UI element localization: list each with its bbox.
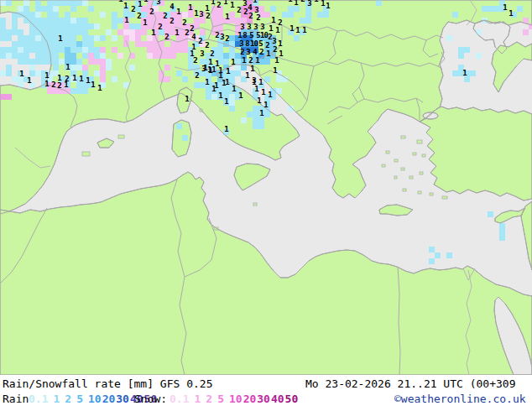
precip-value-label: 4 bbox=[251, 49, 258, 55]
scale-value: 10 bbox=[229, 393, 243, 405]
precip-value-label: 1 bbox=[286, 0, 294, 3]
precip-value-label: 1 bbox=[253, 57, 261, 64]
precip-value-label: 1 bbox=[96, 85, 103, 91]
precip-value-label: 1 bbox=[274, 27, 281, 34]
precip-value-label: 1 bbox=[222, 126, 230, 133]
precip-value-label: 3 bbox=[237, 40, 245, 47]
precip-value-label: 1 bbox=[267, 25, 274, 32]
precip-value-label: 2 bbox=[276, 19, 284, 26]
precip-value-label: 1 bbox=[136, 1, 143, 8]
precip-value-label: 2 bbox=[196, 38, 204, 44]
precip-value-label: 1 bbox=[319, 0, 326, 7]
precip-value-label: 1 bbox=[223, 13, 231, 20]
precip-value-label: 1 bbox=[149, 29, 157, 36]
precip-value-label: 2 bbox=[168, 18, 175, 24]
precip-value-label: 3 bbox=[305, 0, 313, 7]
precip-value-label: 1 bbox=[56, 35, 64, 42]
precip-value-label: 3 bbox=[270, 38, 278, 44]
precip-value-label: 2 bbox=[242, 8, 249, 15]
precip-value-label: 2 bbox=[180, 19, 188, 26]
precip-value-label: 8 bbox=[241, 32, 248, 39]
precip-value-label: 2 bbox=[208, 50, 216, 57]
precip-value-label: 1 bbox=[271, 67, 279, 74]
precip-value-label: 1 bbox=[84, 77, 91, 84]
precip-value-label: 1 bbox=[250, 79, 258, 86]
precip-value-label: 1 bbox=[269, 17, 277, 23]
precip-value-label: 3 bbox=[154, 0, 162, 5]
precip-value-label: 2 bbox=[204, 13, 211, 19]
precip-value-label: 2 bbox=[129, 6, 137, 13]
precip-value-label: 1 bbox=[77, 75, 85, 82]
scale-value: 5 bbox=[217, 393, 224, 405]
precip-value-label: 1 bbox=[206, 59, 214, 65]
map-canvas: 1111112111122111112112324212121121212421… bbox=[0, 0, 532, 375]
precip-value-label: 1 bbox=[248, 65, 256, 72]
precip-value-label: 2 bbox=[247, 13, 254, 19]
copyright-link[interactable]: ©weatheronline.co.uk bbox=[394, 393, 526, 405]
precip-value-label: 2 bbox=[235, 7, 243, 13]
precip-value-label: 2 bbox=[63, 75, 70, 82]
precip-value-label: 1 bbox=[43, 72, 50, 79]
precip-value-label: 5 bbox=[257, 40, 264, 47]
precip-value-label: 1 bbox=[255, 97, 263, 104]
scale-value: 0.1 bbox=[29, 393, 48, 405]
precip-value-label: 2 bbox=[254, 14, 262, 21]
map-title: Rain/Snowfall rate [mm] GFS 0.25 bbox=[3, 377, 212, 390]
precip-value-label: 1 bbox=[224, 68, 232, 75]
precip-value-label: 1 bbox=[257, 79, 264, 86]
precip-value-label: 3 bbox=[252, 23, 259, 30]
scale-value: 0.1 bbox=[170, 393, 189, 405]
scale-value: 1 bbox=[194, 393, 201, 405]
precip-value-label: 1 bbox=[228, 2, 236, 8]
scale-value: 50 bbox=[285, 393, 299, 405]
legend-line-2: Rain 0.11251020304050 Snow: 0.1125102030… bbox=[0, 393, 532, 409]
snow-label: Snow: bbox=[134, 393, 167, 405]
precip-value-label: 3 bbox=[241, 0, 248, 7]
precip-value-label: 2 bbox=[266, 34, 274, 40]
precip-value-label: 1 bbox=[220, 80, 227, 86]
valid-time: Mo 23-02-2026 21..21 UTC (00+309 bbox=[305, 377, 515, 390]
precip-value-label: 2 bbox=[156, 23, 164, 30]
precip-value-label: 1 bbox=[203, 79, 211, 86]
precip-value-label: 1 bbox=[25, 77, 33, 84]
precip-value-label: 5 bbox=[248, 32, 255, 39]
precip-value-label: 1 bbox=[253, 86, 260, 92]
precip-value-label: 1 bbox=[209, 0, 216, 5]
precip-value-label: 1 bbox=[230, 86, 237, 92]
precip-value-label: 1 bbox=[292, 0, 300, 6]
precip-value-label: 3 bbox=[253, 7, 260, 13]
precip-value-label: 1 bbox=[501, 4, 509, 11]
snow-color-scale: 0.11251020304050 bbox=[170, 393, 299, 405]
precip-value-label: 1 bbox=[294, 27, 301, 34]
precip-value-label: 1 bbox=[213, 60, 221, 67]
precip-value-label: 1 bbox=[300, 27, 308, 34]
precip-value-label: 3 bbox=[197, 11, 205, 18]
precip-value-label: 4 bbox=[246, 4, 253, 11]
precip-value-label: 1 bbox=[259, 89, 267, 96]
precip-value-label: 1 bbox=[175, 8, 182, 15]
precip-value-label: 3 bbox=[258, 23, 266, 30]
precip-value-label: 1 bbox=[173, 29, 180, 36]
precip-value-label: 1 bbox=[64, 64, 71, 70]
precip-value-label: 1 bbox=[258, 110, 265, 117]
precip-value-labels-layer: 1111112111122111112112324212121121212421… bbox=[0, 0, 532, 375]
precip-value-label: 1 bbox=[461, 70, 468, 76]
rain-label: Rain bbox=[3, 393, 29, 405]
precip-value-label: 1 bbox=[18, 70, 25, 77]
precip-value-label: 1 bbox=[273, 57, 280, 64]
scale-value: 20 bbox=[243, 393, 257, 405]
scale-value: 1 bbox=[53, 393, 60, 405]
precip-value-label: 1 bbox=[288, 25, 295, 32]
precip-value-label: 3 bbox=[238, 23, 246, 30]
scale-value: 2 bbox=[206, 393, 212, 405]
precip-value-label: 2 bbox=[55, 82, 63, 89]
precip-value-label: 1 bbox=[89, 81, 96, 88]
precip-value-label: 1 bbox=[183, 96, 190, 102]
precip-value-label: 3 bbox=[200, 65, 207, 72]
precip-value-label: 2 bbox=[188, 25, 196, 32]
precip-value-label: 2 bbox=[263, 42, 271, 49]
precip-value-label: 1 bbox=[222, 98, 230, 105]
precip-value-label: 10 bbox=[260, 32, 268, 39]
precip-value-label: 1 bbox=[123, 17, 130, 23]
precip-value-label: 1 bbox=[186, 4, 194, 11]
